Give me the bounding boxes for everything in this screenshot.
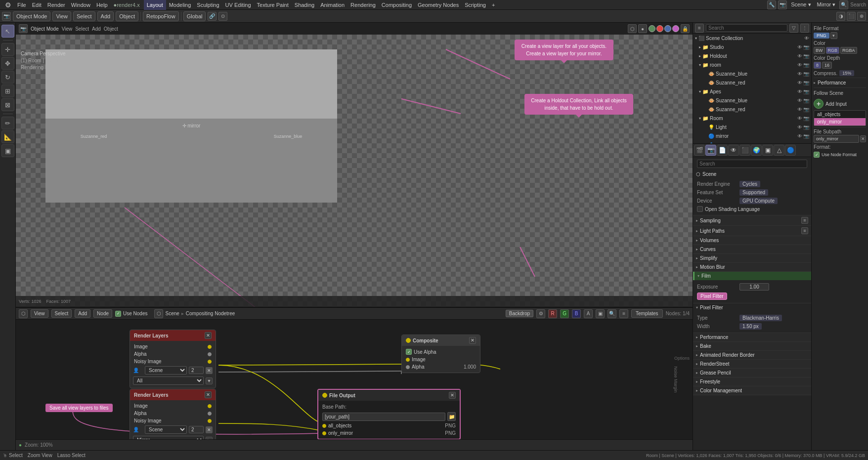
dev-value[interactable]: GPU Compute bbox=[739, 198, 778, 204]
app-icon[interactable]: ⚙ bbox=[2, 0, 14, 10]
oi-sr2-render[interactable]: 📷 bbox=[803, 107, 809, 112]
ne-channels-icon[interactable]: ≡ bbox=[619, 309, 628, 318]
oi-sr1-render[interactable]: 📷 bbox=[803, 80, 809, 85]
oi-apes-eye[interactable]: 👁 bbox=[797, 89, 802, 94]
props-tab-render[interactable]: 📷 bbox=[705, 145, 716, 156]
oi-room-obj-render[interactable]: 📷 bbox=[803, 142, 809, 144]
rl2-close[interactable]: ✕ bbox=[205, 391, 212, 398]
cr-add-input-btn[interactable]: + bbox=[814, 99, 824, 109]
oi-light-eye[interactable]: 👁 bbox=[797, 125, 802, 130]
rl2-scene-num[interactable] bbox=[189, 426, 204, 433]
menu-help[interactable]: Help bbox=[93, 0, 111, 10]
oi-sr2-eye[interactable]: 👁 bbox=[797, 107, 802, 112]
view-btn[interactable]: View bbox=[52, 11, 71, 21]
move-tool[interactable]: ✥ bbox=[1, 57, 14, 70]
oi-apes-render[interactable]: 📷 bbox=[803, 89, 809, 94]
menu-render[interactable]: Render bbox=[44, 0, 68, 10]
transform-btn[interactable]: Global bbox=[183, 11, 206, 21]
fo-close[interactable]: ✕ bbox=[449, 392, 456, 399]
sampling-header[interactable]: ▸ Sampling ≡ bbox=[693, 215, 811, 225]
proportional-icon[interactable]: ⊙ bbox=[218, 12, 227, 21]
props-tab-scene[interactable]: 🎬 bbox=[694, 145, 705, 156]
ne-rgb-r[interactable]: R bbox=[548, 309, 557, 318]
tab-shading[interactable]: Shading bbox=[292, 0, 317, 10]
osl-check[interactable] bbox=[697, 206, 703, 212]
viewport-shade-icon[interactable]: ◑ bbox=[836, 12, 845, 21]
exp-input[interactable] bbox=[739, 283, 769, 291]
oi-suzanne-blue-2[interactable]: ▸ 🐵 Suzanne_blue 👁 📷 bbox=[693, 96, 811, 105]
add-object-tool[interactable]: ▣ bbox=[1, 144, 14, 157]
cr-layer-all-objects[interactable]: all_objects bbox=[814, 111, 866, 118]
arb-header[interactable]: ▸ Animated Render Border bbox=[693, 351, 811, 359]
tab-uv-editing[interactable]: UV Editing bbox=[222, 0, 254, 10]
oi-mirror[interactable]: ▸ 🔵 mirror 👁 📷 bbox=[693, 131, 811, 140]
ne-rgb-b[interactable]: B bbox=[572, 309, 581, 318]
rotate-tool[interactable]: ↻ bbox=[1, 71, 14, 84]
fo-path-browse[interactable]: 📁 bbox=[447, 412, 456, 421]
outliner-icon[interactable]: ≡ bbox=[695, 24, 704, 33]
tab-geometry-nodes[interactable]: Geometry Nodes bbox=[415, 0, 462, 10]
oi-scene-collection[interactable]: ▾ ⬛ Scene Collection 👁 bbox=[693, 34, 811, 42]
cr-perf-header[interactable]: ▸ Performance bbox=[814, 79, 866, 86]
mirror-dropdown[interactable]: Mirror ▾ bbox=[815, 1, 838, 8]
ne-node-btn[interactable]: Node bbox=[93, 309, 112, 318]
pf-header[interactable]: ▾ Pixel Filter bbox=[693, 303, 811, 312]
use-nodes-checkbox[interactable]: ✓ bbox=[115, 311, 121, 317]
oi-holdout-eye[interactable]: 👁 bbox=[797, 53, 802, 59]
menu-window[interactable]: Window bbox=[68, 0, 93, 10]
lp-presets-icon[interactable]: ≡ bbox=[801, 227, 808, 234]
cr-rgba-btn[interactable]: RGBA bbox=[840, 47, 857, 54]
oi-rg-eye[interactable]: 👁 bbox=[797, 116, 802, 121]
oi-mirror-render[interactable]: 📷 bbox=[803, 133, 809, 139]
cr-ff-dropdown[interactable]: ▾ bbox=[830, 32, 837, 39]
vp-select-btn[interactable]: Select bbox=[75, 26, 89, 32]
measure-tool[interactable]: 📐 bbox=[1, 130, 14, 143]
film-header[interactable]: ▾ Film bbox=[693, 272, 811, 280]
rl1-x-btn[interactable]: ✕ bbox=[206, 367, 213, 374]
gizmo-icon[interactable]: ⊕ bbox=[857, 12, 866, 21]
oi-room-render[interactable]: 📷 bbox=[803, 62, 809, 68]
ne-rgb-g[interactable]: G bbox=[560, 309, 569, 318]
tab-add[interactable]: + bbox=[489, 0, 498, 10]
templates-btn[interactable]: Templates bbox=[631, 309, 663, 318]
perf-header[interactable]: ▸ Performance bbox=[693, 333, 811, 341]
oi-sr1-eye[interactable]: 👁 bbox=[797, 80, 802, 85]
oi-sc-eye[interactable]: 👁 bbox=[804, 36, 809, 41]
cr-unf-check[interactable]: ✓ bbox=[814, 152, 820, 158]
overlay-icon[interactable]: ⬛ bbox=[847, 12, 856, 21]
tab-layout[interactable]: Layout bbox=[144, 0, 166, 10]
snap-icon[interactable]: 🔗 bbox=[208, 12, 217, 21]
backdrop-badge[interactable]: Backdrop bbox=[506, 310, 533, 317]
oi-apes[interactable]: ▾ 📁 Apes 👁 📷 bbox=[693, 87, 811, 96]
oi-studio-eye[interactable]: 👁 bbox=[797, 44, 802, 50]
pf-type-value[interactable]: Blackman-Harris bbox=[739, 315, 782, 321]
gp-header[interactable]: ▸ Grease Pencil bbox=[693, 369, 811, 377]
rl2-layer-select[interactable]: Mirror bbox=[133, 436, 204, 439]
ne-zoom-icon[interactable]: 🔍 bbox=[608, 309, 616, 318]
props-tab-object[interactable]: ▣ bbox=[762, 145, 773, 156]
props-tab-mat[interactable]: 🔵 bbox=[785, 145, 796, 156]
props-tab-world[interactable]: 🌍 bbox=[751, 145, 762, 156]
bake-header[interactable]: ▸ Bake bbox=[693, 342, 811, 350]
ne-scene-icon[interactable]: ⬡ bbox=[154, 309, 163, 318]
ne-view-btn[interactable]: View bbox=[31, 309, 48, 318]
oi-room-eye[interactable]: 👁 bbox=[797, 62, 802, 68]
oi-room-grp[interactable]: ▾ 📁 Room 👁 📷 bbox=[693, 114, 811, 123]
object-btn[interactable]: Object bbox=[116, 11, 138, 21]
props-search-input[interactable] bbox=[697, 160, 807, 168]
comp-close[interactable]: ✕ bbox=[469, 337, 476, 344]
cr-subpath-input[interactable] bbox=[814, 135, 859, 143]
add-btn[interactable]: Add bbox=[97, 11, 114, 21]
outliner-more-icon[interactable]: ⋮ bbox=[800, 24, 809, 33]
props-tab-view[interactable]: 👁 bbox=[728, 145, 739, 156]
ne-select-btn[interactable]: Select bbox=[51, 309, 72, 318]
mode-dropdown[interactable]: Object Mode bbox=[13, 11, 50, 21]
select-tool[interactable]: ↖ bbox=[1, 25, 14, 38]
save-all-button[interactable]: Save all view layers to files bbox=[45, 404, 113, 412]
rl2-x-btn[interactable]: ✕ bbox=[206, 426, 213, 433]
rl1-scene-num[interactable] bbox=[189, 367, 204, 374]
oi-room-obj-eye[interactable]: 👁 bbox=[797, 142, 802, 144]
ne-alpha-icon[interactable]: A bbox=[584, 309, 593, 318]
oi-sb2-eye[interactable]: 👁 bbox=[797, 98, 802, 103]
cr-rgb-btn[interactable]: RGB bbox=[826, 47, 840, 54]
